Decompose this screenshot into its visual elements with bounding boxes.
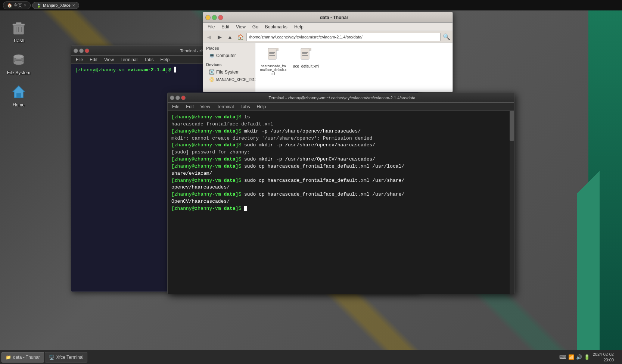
taskbar-datetime: 2024-02-02 20:00 <box>593 352 614 363</box>
xml-file-icon <box>267 47 279 63</box>
filesystem-icon <box>10 51 28 69</box>
terminal-window-2: Terminal - zhanny@zhanny-vm:~/.cache/yay… <box>167 93 514 294</box>
show-desktop-button[interactable] <box>617 352 619 363</box>
taskbar-item-thunar[interactable]: 📁 data - Thunar <box>1 352 44 363</box>
svg-rect-18 <box>269 55 275 56</box>
sidebar-item-manjaro[interactable]: 📀 MANJARO_XFCE_2313 <box>203 76 255 83</box>
term2-close-button[interactable] <box>181 96 186 100</box>
svg-rect-12 <box>16 93 21 98</box>
taskbar-right: ⌨ 📶 🔊 🔋 2024-02-02 20:00 <box>559 352 622 363</box>
thunar-sidebar: Places 💻 Computer Devices 💽 File System … <box>203 43 255 92</box>
thunar-menu-bookmarks[interactable]: Bookmarks <box>262 24 290 30</box>
term1-menu-help[interactable]: Help <box>158 56 173 63</box>
topbar: 🏠 主页 ✕ 🍃 Manjaro_Xface ✕ <box>0 0 622 10</box>
volume-icon[interactable]: 🔊 <box>576 354 582 360</box>
thunar-menu-help[interactable]: Help <box>291 24 307 30</box>
term1-minimize-button[interactable] <box>74 49 78 53</box>
home-tab-icon: 🏠 <box>7 3 12 8</box>
usb-icon: 📀 <box>209 77 215 82</box>
thunar-menu: File Edit View Go Bookmarks Help <box>203 23 452 31</box>
term2-minimize-button[interactable] <box>170 96 174 100</box>
file-name-ace: ace_default.xml <box>293 64 319 68</box>
thunar-minimize-button[interactable] <box>205 15 211 20</box>
term1-menu-edit[interactable]: Edit <box>87 56 100 63</box>
trash-icon-label: Trash <box>13 38 24 43</box>
terminal2-title: Terminal - zhanny@zhanny-vm:~/.cache/yay… <box>187 96 497 100</box>
up-button[interactable]: ▲ <box>226 32 234 41</box>
term2-menu-file[interactable]: File <box>169 103 182 110</box>
term2-line-sudo-cp-opencv: [zhanny@zhanny-vm data]$ sudo cp haarcas… <box>171 177 510 184</box>
file-icon-ace[interactable]: ace_default.xml <box>291 46 321 77</box>
term1-menu-view[interactable]: View <box>101 56 117 63</box>
desktop-icon-filesystem[interactable]: File System <box>4 51 34 75</box>
taskbar-item-terminal[interactable]: 🖥️ Xfce Terminal <box>45 352 87 363</box>
term1-maximize-button[interactable] <box>79 49 84 53</box>
address-bar[interactable]: /home/zhanny/.cache/yay/eviacam/src/evia… <box>246 33 441 41</box>
thunar-menu-view[interactable]: View <box>233 24 249 30</box>
thunar-menu-go[interactable]: Go <box>249 24 261 30</box>
keyboard-icon[interactable]: ⌨ <box>559 354 566 360</box>
thunar-main-panel: haarcascade_frontalface_default.xml <box>255 43 452 92</box>
close-tab-manjaro-icon[interactable]: ✕ <box>72 3 75 7</box>
svg-point-10 <box>20 56 22 57</box>
thunar-close-button[interactable] <box>218 15 223 20</box>
thunar-menu-file[interactable]: File <box>205 24 218 30</box>
terminal2-scrollbar[interactable] <box>510 111 514 294</box>
thunar-titlebar: data - Thunar <box>203 12 452 23</box>
svg-point-8 <box>13 60 24 65</box>
forward-button[interactable]: ▶ <box>215 32 224 41</box>
search-button[interactable]: 🔍 <box>442 32 451 41</box>
home-nav-button[interactable]: 🏠 <box>236 32 245 41</box>
desktop-icon-trash[interactable]: Trash <box>4 19 34 43</box>
term2-line-empty-prompt: [zhanny@zhanny-vm data]$ <box>171 205 510 212</box>
term1-close-button[interactable] <box>85 49 89 53</box>
fs-sidebar-icon: 💽 <box>209 69 215 75</box>
file-icon-haarcascade[interactable]: haarcascade_frontalface_default.xml <box>258 46 288 77</box>
term2-menu-edit[interactable]: Edit <box>183 103 197 110</box>
svg-rect-21 <box>309 48 311 50</box>
term2-maximize-button[interactable] <box>175 96 180 100</box>
thunar-body: Places 💻 Computer Devices 💽 File System … <box>203 43 452 92</box>
term2-line-ls-prompt: [zhanny@zhanny-vm data]$ ls <box>171 114 510 121</box>
devices-header: Devices <box>203 61 255 68</box>
manjaro-tab-icon: 🍃 <box>36 3 41 8</box>
svg-rect-22 <box>302 52 308 53</box>
terminal-cursor <box>244 206 247 211</box>
term2-line-sudo-mkdir: [zhanny@zhanny-vm data]$ sudo mkdir -p /… <box>171 142 510 149</box>
svg-rect-23 <box>302 53 307 54</box>
systray: ⌨ 📶 🔊 🔋 <box>559 354 590 360</box>
svg-rect-15 <box>276 48 279 50</box>
computer-icon: 💻 <box>209 53 215 58</box>
term2-line-sudo-cp-opencv-cont: opencv/haarcascades/ <box>171 184 510 191</box>
term2-menu-view[interactable]: View <box>198 103 213 110</box>
taskbar-left: 📁 data - Thunar 🖥️ Xfce Terminal <box>0 352 87 363</box>
sidebar-item-filesystem[interactable]: 💽 File System <box>203 68 255 76</box>
xml-file-icon-2 <box>300 47 312 63</box>
terminal2-body[interactable]: [zhanny@zhanny-vm data]$ ls haarcascade_… <box>168 111 514 276</box>
thunar-menu-edit[interactable]: Edit <box>218 24 232 30</box>
svg-rect-16 <box>269 52 275 53</box>
term2-menu-tabs[interactable]: Tabs <box>237 103 253 110</box>
taskbar: 📁 data - Thunar 🖥️ Xfce Terminal ⌨ 📶 🔊 🔋… <box>0 350 622 364</box>
term2-menu-help[interactable]: Help <box>254 103 269 110</box>
desktop: 🏠 主页 ✕ 🍃 Manjaro_Xface ✕ <box>0 0 622 364</box>
term1-menu-file[interactable]: File <box>73 56 86 63</box>
terminal2-scrollbar-thumb[interactable] <box>510 111 514 141</box>
close-tab-home-icon[interactable]: ✕ <box>24 3 27 7</box>
battery-icon[interactable]: 🔋 <box>584 354 590 360</box>
taskbar-thunar-icon: 📁 <box>6 355 11 360</box>
term1-menu-terminal[interactable]: Terminal <box>118 56 140 63</box>
tab-manjaro[interactable]: 🍃 Manjaro_Xface ✕ <box>32 2 79 9</box>
thunar-title: data - Thunar <box>225 15 444 20</box>
desktop-icon-home[interactable]: Home <box>4 83 34 108</box>
term2-menu-terminal[interactable]: Terminal <box>214 103 237 110</box>
network-icon[interactable]: 📶 <box>568 354 574 360</box>
tab-home[interactable]: 🏠 主页 ✕ <box>3 1 31 9</box>
term1-menu-tabs[interactable]: Tabs <box>141 56 156 63</box>
thunar-window: data - Thunar File Edit View Go Bookmark… <box>203 12 453 92</box>
sidebar-item-computer[interactable]: 💻 Computer <box>203 52 255 59</box>
thunar-maximize-button[interactable] <box>212 15 217 20</box>
term2-line-password: [sudo] password for zhanny: <box>171 149 510 156</box>
back-button[interactable]: ◀ <box>205 32 214 41</box>
term2-line-sudo-cp-OpenCV: [zhanny@zhanny-vm data]$ sudo cp haarcas… <box>171 191 510 198</box>
